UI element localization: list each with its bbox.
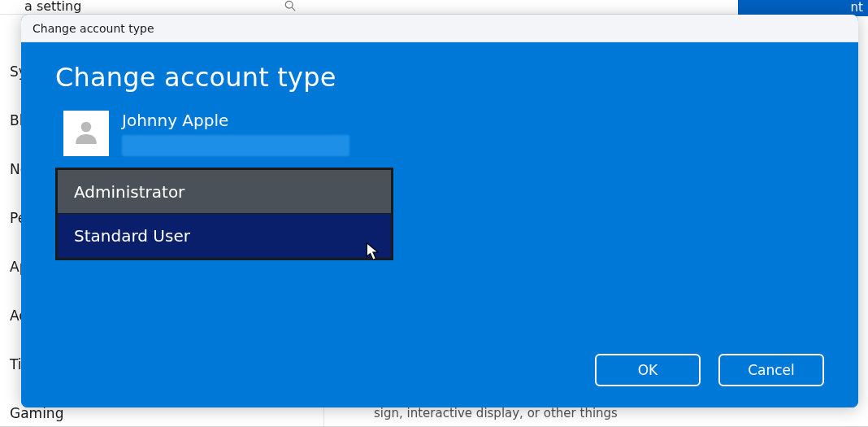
search-icon (284, 0, 296, 14)
user-row: Johnny Apple (63, 111, 824, 156)
dropdown-option-standard-user[interactable]: Standard User (58, 214, 391, 258)
sidebar-item[interactable]: Ti (10, 356, 22, 373)
dropdown-option-label: Administrator (74, 182, 184, 202)
page-action-button-fragment[interactable]: nt (738, 0, 868, 16)
person-icon (72, 117, 101, 150)
user-email-redacted (122, 135, 349, 156)
sidebar-item[interactable]: Gaming (10, 405, 63, 421)
settings-item-caption: sign, interactive display, or other thin… (374, 406, 618, 420)
avatar (63, 111, 109, 156)
cancel-button-label: Cancel (748, 362, 795, 378)
change-account-type-dialog: Change account type Change account type … (21, 15, 858, 407)
dropdown-option-administrator[interactable]: Administrator (58, 170, 391, 214)
page-action-button-label: nt (851, 0, 863, 15)
ok-button[interactable]: OK (595, 354, 701, 386)
ok-button-label: OK (638, 362, 658, 378)
dialog-footer: OK Cancel (595, 354, 824, 386)
search-input[interactable]: a setting (24, 0, 81, 14)
svg-point-0 (285, 1, 293, 8)
dropdown-option-label: Standard User (74, 226, 190, 246)
svg-point-2 (81, 122, 92, 133)
user-name: Johnny Apple (122, 111, 349, 130)
svg-line-1 (292, 7, 295, 11)
dialog-title-text: Change account type (33, 22, 154, 35)
dialog-heading: Change account type (55, 62, 824, 93)
dialog-titlebar[interactable]: Change account type (21, 15, 858, 42)
dialog-body: Change account type Johnny Apple Adminis… (21, 42, 858, 407)
settings-search-row: a setting nt (0, 0, 868, 15)
cancel-button[interactable]: Cancel (718, 354, 824, 386)
account-type-dropdown[interactable]: Administrator Standard User (55, 168, 393, 260)
